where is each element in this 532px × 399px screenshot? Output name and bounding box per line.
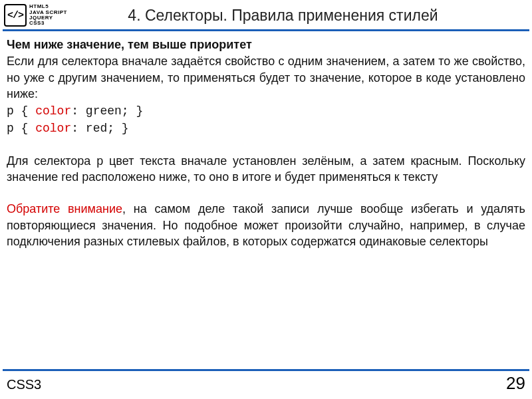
slide-header: </> HTML5 JAVA SCRIPT JQUERY CSS3 4. Сел… [0, 0, 532, 29]
logo-line: CSS3 [29, 21, 67, 26]
subheading: Чем ниже значение, тем выше приоритет [7, 37, 525, 53]
code-line-1: p { color: green; } [7, 103, 525, 119]
logo: </> HTML5 JAVA SCRIPT JQUERY CSS3 [4, 4, 67, 27]
slide-content: Чем ниже значение, тем выше приоритет Ес… [0, 31, 532, 249]
slide-footer: CSS3 29 [0, 369, 532, 394]
slide-title: 4. Селекторы. Правила применения стилей [67, 7, 525, 25]
code-keyword: color [35, 122, 71, 135]
divider-bottom [3, 369, 529, 371]
logo-text: HTML5 JAVA SCRIPT JQUERY CSS3 [29, 4, 67, 27]
note-lead: Обратите внимание [7, 202, 122, 215]
code-text: p { [7, 122, 35, 135]
code-icon: </> [4, 4, 27, 27]
code-text: : green; } [71, 104, 143, 118]
footer-label: CSS3 [7, 377, 41, 392]
paragraph-note: Обратите внимание, на самом деле такой з… [7, 201, 525, 249]
code-text: : red; } [71, 122, 128, 135]
page-number: 29 [506, 373, 525, 394]
paragraph-explain: Для селектора p цвет текста вначале уста… [7, 153, 525, 186]
paragraph-intro: Если для селектора вначале задаётся свой… [7, 53, 525, 102]
code-text: p { [7, 104, 35, 118]
code-keyword: color [35, 104, 71, 118]
code-line-2: p { color: red; } [7, 120, 525, 136]
